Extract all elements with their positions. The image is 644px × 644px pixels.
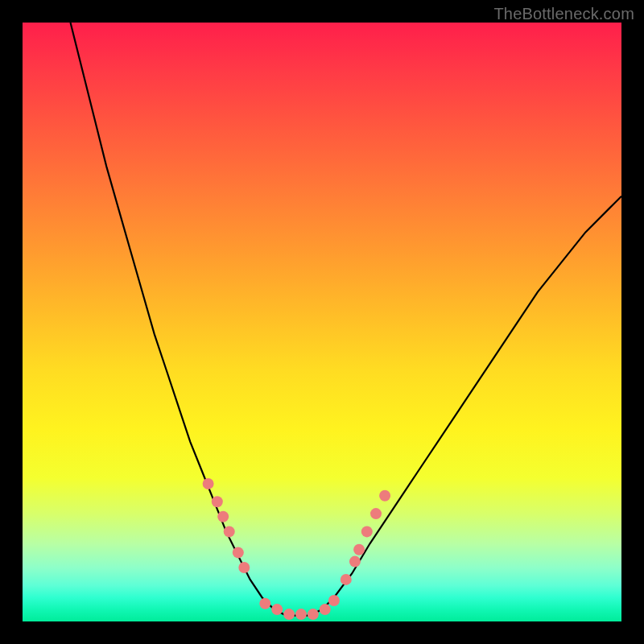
chart-frame: TheBottleneck.com <box>0 0 644 644</box>
marker-dot <box>283 609 295 620</box>
marker-dot <box>203 478 214 489</box>
marker-dot <box>370 508 382 519</box>
marker-dot <box>238 562 250 573</box>
marker-dot <box>217 511 229 522</box>
marker-dot <box>271 604 283 615</box>
marker-dot <box>328 595 340 606</box>
marker-dot <box>295 609 307 620</box>
bottleneck-curve <box>71 23 622 616</box>
marker-dot <box>379 490 390 502</box>
curve-markers <box>203 478 391 620</box>
marker-dot <box>341 574 352 585</box>
marker-dot <box>320 604 331 615</box>
marker-dot <box>224 526 235 537</box>
chart-svg <box>23 23 621 621</box>
marker-dot <box>349 556 361 568</box>
marker-dot <box>212 496 223 507</box>
plot-area <box>23 23 621 621</box>
marker-dot <box>308 609 319 620</box>
marker-dot <box>353 544 365 555</box>
watermark-text: TheBottleneck.com <box>493 5 634 23</box>
marker-dot <box>361 526 373 537</box>
marker-dot <box>259 598 270 609</box>
marker-dot <box>233 547 244 558</box>
